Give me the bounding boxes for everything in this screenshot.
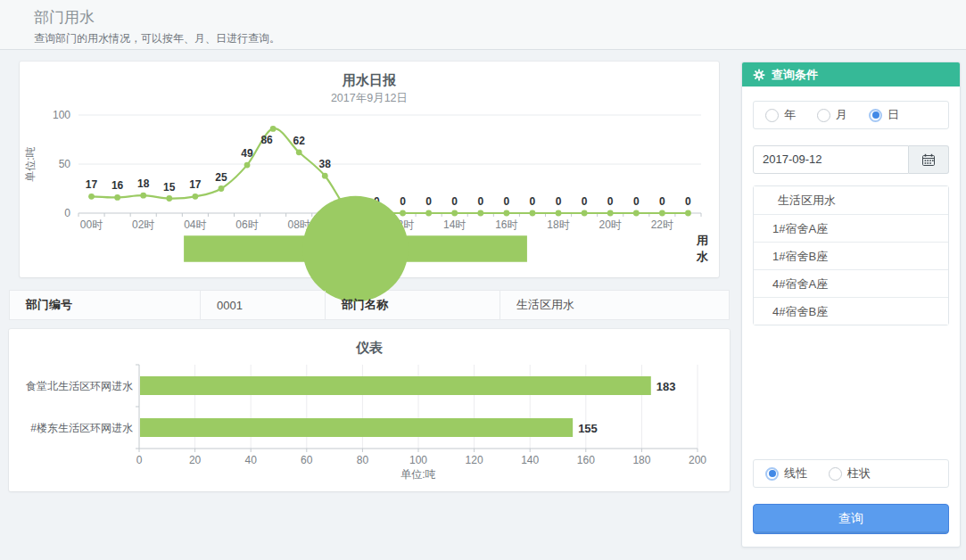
main-column: 用水日报 2017年9月12日 050100单位:吨00时02时04时06时08…: [9, 62, 741, 559]
data-point[interactable]: [322, 173, 328, 179]
radio-label: 线性: [784, 465, 807, 482]
data-point[interactable]: [296, 149, 302, 155]
radio-label: 月: [836, 107, 847, 123]
x-tick-label: 180: [632, 454, 650, 466]
bar-value-label: 155: [578, 422, 598, 435]
radio-label: 柱状: [847, 465, 871, 482]
bar-category-label: #楼东生活区环网进水: [30, 422, 133, 434]
period-option[interactable]: 月: [817, 107, 847, 123]
page-header: 部门用水 查询部门的用水情况，可以按年、月、日进行查询。: [0, 0, 966, 50]
page-title: 部门用水: [34, 7, 966, 28]
bar[interactable]: [140, 418, 573, 437]
x-tick-label: 160: [577, 454, 595, 466]
line-chart-subtitle: 2017年9月12日: [20, 90, 719, 106]
value-label: 62: [293, 135, 306, 147]
bar[interactable]: [140, 376, 651, 395]
calendar-icon: [921, 153, 936, 167]
chart-style-option[interactable]: 柱状: [829, 465, 871, 482]
value-label: 49: [241, 147, 253, 160]
daily-usage-chart-card: 用水日报 2017年9月12日 050100单位:吨00时02时04时06时08…: [20, 62, 719, 277]
query-panel: 查询条件 年月日 2017-09-12: [741, 62, 961, 548]
bar-value-label: 183: [656, 380, 676, 393]
value-label: 25: [215, 171, 227, 184]
bar-chart[interactable]: 020406080100120140160180200183食堂北生活区环网进水…: [9, 358, 730, 490]
y-tick-label: 50: [59, 158, 71, 170]
date-picker: 2017-09-12: [753, 145, 949, 174]
department-tree-item[interactable]: 4#宿舍B座: [754, 297, 948, 325]
chart-style-option[interactable]: 线性: [765, 465, 807, 482]
query-button[interactable]: 查询: [753, 504, 949, 534]
radio-icon[interactable]: [869, 109, 882, 122]
page-subtitle: 查询部门的用水情况，可以按年、月、日进行查询。: [34, 31, 966, 46]
dept-name-value: 生活区用水: [500, 291, 729, 319]
department-tree-item[interactable]: 4#宿舍A座: [754, 269, 948, 297]
data-point[interactable]: [244, 162, 251, 169]
x-tick-label: 200: [689, 454, 706, 466]
radio-icon[interactable]: [829, 467, 842, 481]
x-tick-label: 140: [521, 454, 539, 466]
query-panel-body: 年月日 2017-09-12: [742, 86, 960, 547]
query-panel-header: 查询条件: [742, 62, 960, 86]
meter-chart-card: 仪表 020406080100120140160180200183食堂北生活区环…: [9, 329, 730, 491]
period-option[interactable]: 年: [765, 107, 796, 123]
department-tree-item[interactable]: 1#宿舍A座: [754, 214, 948, 242]
radio-label: 年: [784, 107, 796, 123]
department-tree: 生活区用水1#宿舍A座1#宿舍B座4#宿舍A座4#宿舍B座: [753, 185, 949, 325]
x-tick-label: 80: [357, 454, 369, 466]
period-radio-group: 年月日: [753, 101, 949, 129]
x-axis-title: 单位:吨: [400, 468, 435, 481]
content: 用水日报 2017年9月12日 050100单位:吨00时02时04时06时08…: [0, 50, 966, 559]
legend-item-usage[interactable]: 用水: [20, 238, 719, 259]
chart-style-radio-group: 线性柱状: [753, 459, 949, 488]
calendar-button[interactable]: [909, 145, 949, 174]
radio-label: 日: [888, 107, 899, 123]
x-tick-label: 120: [466, 454, 483, 466]
y-axis-title: 单位:吨: [24, 146, 37, 181]
department-info-table: 部门编号 0001 部门名称 生活区用水: [9, 290, 730, 320]
x-tick-label: 0: [136, 454, 143, 466]
x-tick-label: 20: [189, 454, 202, 466]
y-tick-label: 100: [53, 109, 70, 121]
radio-icon[interactable]: [765, 467, 779, 481]
dept-code-value: 0001: [201, 291, 326, 319]
dept-code-label: 部门编号: [10, 291, 201, 319]
dept-name-label: 部门名称: [326, 291, 500, 319]
department-tree-item[interactable]: 生活区用水: [754, 186, 948, 214]
gear-icon: [753, 69, 765, 81]
radio-icon[interactable]: [765, 109, 779, 122]
bar-chart-title: 仪表: [9, 338, 730, 358]
department-tree-item[interactable]: 1#宿舍B座: [754, 242, 948, 269]
radio-icon[interactable]: [817, 109, 830, 122]
value-label: 86: [260, 134, 273, 146]
x-tick-label: 60: [301, 454, 313, 466]
query-panel-title: 查询条件: [772, 67, 818, 83]
x-tick-label: 40: [245, 454, 258, 466]
bar-category-label: 食堂北生活区环网进水: [26, 380, 133, 392]
x-tick-label: 100: [409, 454, 427, 466]
date-input[interactable]: 2017-09-12: [753, 145, 909, 174]
value-label: 38: [319, 158, 332, 170]
line-chart-title: 用水日报: [20, 70, 719, 90]
legend-label: 用水: [697, 233, 719, 265]
period-option[interactable]: 日: [869, 107, 899, 123]
data-point[interactable]: [270, 126, 277, 132]
